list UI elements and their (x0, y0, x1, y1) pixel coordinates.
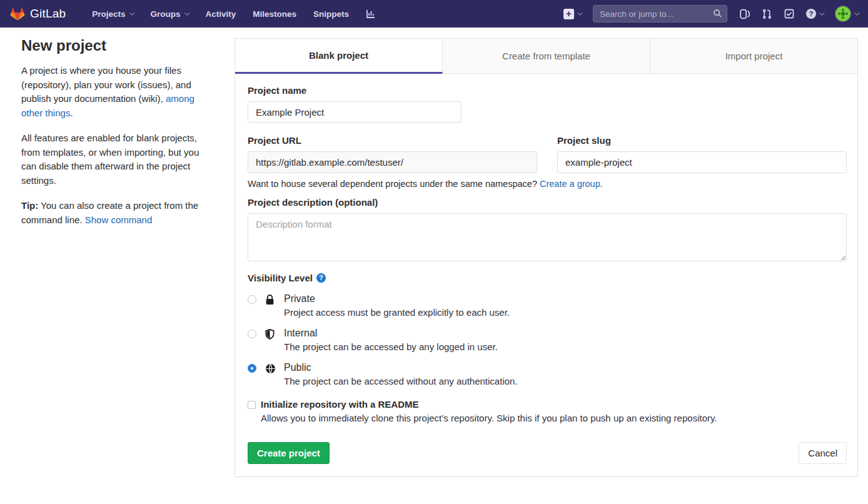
internal-label[interactable]: Internal (284, 328, 498, 339)
readme-label[interactable]: Initialize repository with a README (261, 399, 717, 410)
avatar (835, 6, 851, 22)
nav-projects-label: Projects (92, 9, 125, 19)
internal-description: The project can be accessed by any logge… (284, 341, 498, 352)
todos-button[interactable] (784, 9, 794, 19)
project-slug-label: Project slug (557, 135, 847, 146)
sidebar-description-1: A project is where you house your files … (21, 64, 207, 120)
project-name-label: Project name (248, 85, 847, 96)
tab-import-project[interactable]: Import project (650, 39, 857, 74)
public-label[interactable]: Public (284, 362, 518, 373)
private-description: Project access must be granted explicitl… (284, 307, 510, 318)
create-project-button[interactable]: Create project (248, 442, 330, 464)
todo-check-icon (784, 9, 794, 19)
internal-radio[interactable] (248, 330, 256, 338)
project-type-tabs: Blank project Create from template Impor… (235, 39, 857, 74)
globe-icon (265, 363, 276, 374)
chevron-down-icon (185, 10, 190, 15)
nav-activity[interactable]: Activity (205, 9, 236, 19)
charts-nav-button[interactable] (366, 9, 376, 19)
private-label[interactable]: Private (284, 293, 510, 305)
readme-option: Initialize repository with a README Allo… (248, 399, 847, 423)
page-title: New project (21, 37, 207, 54)
blank-project-form: Project name Project URL Project slug Wa… (235, 74, 857, 476)
namespace-hint-text: Want to house several dependent projects… (248, 179, 540, 189)
nav-groups[interactable]: Groups (150, 9, 188, 19)
visibility-option-internal: Internal The project can be accessed by … (248, 328, 847, 352)
sidebar-p1-period: . (70, 108, 73, 118)
public-radio[interactable] (248, 364, 256, 373)
private-radio[interactable] (248, 295, 256, 304)
nav-milestones[interactable]: Milestones (253, 9, 296, 19)
namespace-hint: Want to house several dependent projects… (248, 179, 847, 189)
readme-description: Allows you to immediately clone this pro… (261, 413, 717, 423)
top-navbar: GitLab Projects Groups Activity Mileston… (0, 0, 868, 28)
chevron-down-icon (130, 10, 135, 15)
merge-request-icon (762, 9, 772, 19)
visibility-option-public: Public The project can be accessed witho… (248, 362, 847, 386)
visibility-option-private: Private Project access must be granted e… (248, 293, 847, 318)
nav-activity-label: Activity (205, 9, 236, 19)
help-icon: ? (806, 9, 816, 19)
primary-nav: Projects Groups Activity Milestones Snip… (92, 9, 376, 19)
chevron-down-icon (854, 10, 859, 15)
project-description-textarea[interactable] (248, 213, 847, 261)
visibility-level-label: Visibility Level (248, 273, 313, 283)
brand-name: GitLab (30, 7, 66, 21)
tab-create-from-template[interactable]: Create from template (443, 39, 650, 74)
plus-icon: + (563, 9, 574, 19)
project-url-label: Project URL (248, 135, 537, 146)
tip-label: Tip: (21, 200, 38, 211)
global-search (593, 5, 727, 23)
bar-chart-icon (366, 9, 376, 19)
create-a-group-link[interactable]: Create a group (540, 179, 600, 189)
sidebar-tip: Tip: You can also create a project from … (21, 199, 207, 227)
search-icon (713, 9, 722, 18)
search-input[interactable] (593, 5, 727, 23)
help-menu-button[interactable]: ? (806, 9, 823, 19)
show-command-link[interactable]: Show command (85, 214, 153, 225)
chevron-down-icon (577, 10, 582, 15)
public-description: The project can be accessed without any … (284, 376, 518, 386)
lock-icon (265, 295, 276, 305)
gitlab-home-link[interactable]: GitLab (10, 6, 66, 21)
chevron-down-icon (819, 10, 824, 15)
new-project-sidebar: New project A project is where you house… (0, 28, 235, 238)
new-menu-button[interactable]: + (563, 9, 581, 19)
nav-milestones-label: Milestones (253, 9, 296, 19)
project-slug-input[interactable] (557, 151, 847, 173)
project-name-input[interactable] (248, 101, 462, 123)
cancel-button[interactable]: Cancel (799, 442, 847, 464)
merge-requests-button[interactable] (762, 9, 772, 19)
new-project-panel: Blank project Create from template Impor… (235, 38, 858, 477)
readme-checkbox[interactable] (248, 401, 256, 409)
navbar-right-group: + (563, 5, 858, 23)
nav-projects[interactable]: Projects (92, 9, 133, 19)
nav-snippets[interactable]: Snippets (313, 9, 349, 19)
user-menu-button[interactable] (835, 6, 858, 22)
shield-icon (265, 329, 276, 340)
visibility-help-icon[interactable]: ? (316, 273, 326, 283)
namespace-hint-period: . (600, 179, 603, 189)
issues-icon (739, 9, 750, 19)
issues-button[interactable] (739, 9, 750, 19)
gitlab-tanuki-logo-icon (10, 6, 25, 21)
tab-blank-project[interactable]: Blank project (235, 39, 443, 74)
nav-groups-label: Groups (150, 9, 180, 19)
nav-snippets-label: Snippets (313, 9, 349, 19)
project-description-label: Project description (optional) (248, 197, 847, 208)
sidebar-description-2: All features are enabled for blank proje… (21, 131, 207, 188)
project-url-input[interactable] (248, 151, 537, 173)
